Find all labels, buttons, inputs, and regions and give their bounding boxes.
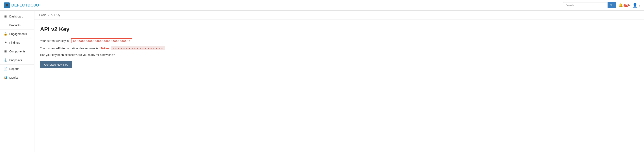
search-input[interactable] bbox=[563, 2, 608, 8]
topnav-right: 🔍 🔔 279 ▾ 👤 ▾ bbox=[563, 2, 640, 8]
auth-header-prefix-text: Your current API Authorization Header va… bbox=[40, 47, 98, 50]
search-button[interactable]: 🔍 bbox=[608, 2, 616, 8]
user-menu[interactable]: 👤 ▾ bbox=[632, 3, 640, 8]
endpoints-icon: ⚓ bbox=[4, 58, 7, 62]
notification-bell[interactable]: 🔔 279 ▾ bbox=[618, 3, 630, 8]
top-navigation: ⬛ DEFECTDOJO 🔍 🔔 279 ▾ 👤 ▾ bbox=[0, 0, 644, 11]
sidebar-label-metrics: Metrics bbox=[9, 76, 18, 79]
breadcrumb-current: API Key bbox=[51, 13, 60, 17]
metrics-icon: 📊 bbox=[4, 76, 7, 80]
engagements-icon: 🔒 bbox=[4, 32, 7, 36]
generate-new-key-button[interactable]: Generate New Key bbox=[40, 61, 72, 68]
search-bar: 🔍 bbox=[563, 2, 616, 8]
sidebar-item-components[interactable]: ⊞ Components bbox=[0, 47, 34, 56]
logo-area: ⬛ DEFECTDOJO bbox=[4, 3, 39, 8]
api-key-prefix-text: Your current API key is bbox=[40, 39, 69, 42]
notification-count: 279 bbox=[624, 4, 629, 7]
sidebar-item-dashboard[interactable]: ⊞ Dashboard bbox=[0, 12, 34, 21]
logo-text: DEFECTDOJO bbox=[11, 3, 39, 8]
sidebar-item-findings[interactable]: ⚑ Findings bbox=[0, 38, 34, 47]
sidebar-item-metrics[interactable]: 📊 Metrics bbox=[0, 73, 34, 82]
auth-header-spacer bbox=[110, 47, 110, 50]
breadcrumb-separator: / bbox=[48, 13, 49, 17]
logo-prefix: DEFECT bbox=[11, 3, 28, 7]
breadcrumb: Home / API Key bbox=[34, 11, 644, 20]
content-area: API v2 Key Your current API key is xxxxx… bbox=[34, 20, 644, 75]
page-layout: ⊞ Dashboard ☰ Products 🔒 Engagements ⚑ F… bbox=[0, 11, 644, 152]
logo-accent: DOJO bbox=[28, 3, 39, 7]
main-content: Home / API Key API v2 Key Your current A… bbox=[34, 11, 644, 152]
products-icon: ☰ bbox=[4, 23, 7, 27]
auth-header-prefix-spacer bbox=[99, 47, 100, 50]
dashboard-icon: ⊞ bbox=[4, 15, 7, 18]
sidebar: ⊞ Dashboard ☰ Products 🔒 Engagements ⚑ F… bbox=[0, 11, 34, 152]
sidebar-item-endpoints[interactable]: ⚓ Endpoints bbox=[0, 56, 34, 65]
components-icon: ⊞ bbox=[4, 50, 7, 53]
api-key-box: xxxxxxxxxxxxxxxxxxxxxxxxxxxxxxxx bbox=[71, 38, 132, 43]
sidebar-label-dashboard: Dashboard bbox=[9, 15, 23, 18]
findings-icon: ⚑ bbox=[4, 41, 7, 44]
auth-key-value: xxxxxxxxxxxxxxxxxxxxxxxxxxxxxxxx bbox=[111, 46, 165, 50]
sidebar-item-engagements[interactable]: 🔒 Engagements bbox=[0, 30, 34, 38]
reports-icon: 📄 bbox=[4, 67, 7, 71]
breadcrumb-home[interactable]: Home bbox=[39, 13, 46, 17]
api-key-line: Your current API key is xxxxxxxxxxxxxxxx… bbox=[40, 38, 638, 43]
bell-icon: 🔔 bbox=[618, 3, 623, 8]
sidebar-label-reports: Reports bbox=[9, 67, 19, 70]
sidebar-item-products[interactable]: ☰ Products bbox=[0, 21, 34, 30]
token-label: Token bbox=[101, 47, 109, 50]
sidebar-label-endpoints: Endpoints bbox=[9, 58, 22, 62]
auth-header-line: Your current API Authorization Header va… bbox=[40, 46, 638, 50]
sidebar-label-components: Components bbox=[9, 50, 25, 53]
sidebar-item-reports[interactable]: 📄 Reports bbox=[0, 65, 34, 73]
page-title: API v2 Key bbox=[40, 26, 638, 33]
api-key-value-text bbox=[70, 39, 70, 42]
logo-icon: ⬛ bbox=[4, 3, 10, 8]
sidebar-label-findings: Findings bbox=[9, 41, 20, 44]
sidebar-label-products: Products bbox=[9, 24, 20, 27]
question-text: Has your key been exposed? Are you ready… bbox=[40, 53, 638, 56]
sidebar-label-engagements: Engagements bbox=[9, 32, 27, 36]
chevron-down-icon: ▾ bbox=[629, 4, 630, 7]
